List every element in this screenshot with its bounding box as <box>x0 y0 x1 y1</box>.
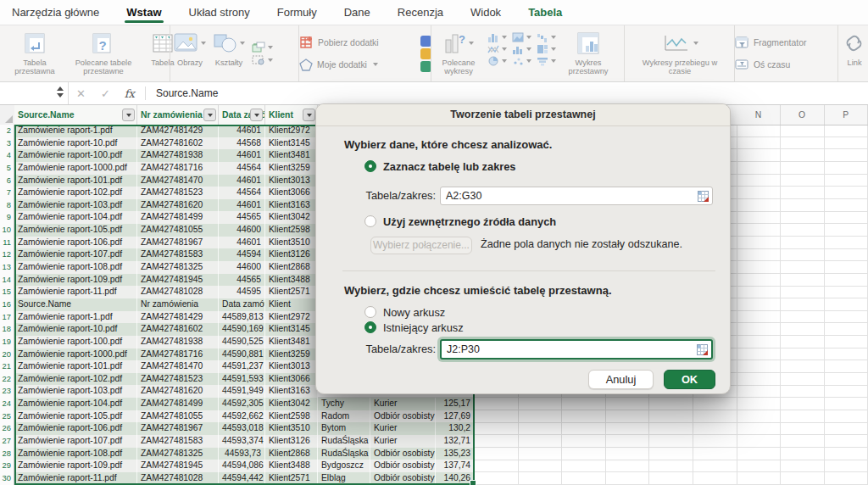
cell[interactable]: 44601 <box>219 125 265 137</box>
pivot-table-button[interactable]: Tabela przestawna <box>5 30 64 76</box>
cell[interactable]: Klient3145 <box>265 137 318 150</box>
cell[interactable]: Zamówienie raport-107.pdf <box>14 248 137 261</box>
row-number[interactable]: 12 <box>0 248 14 261</box>
cell[interactable]: Kurier <box>370 422 436 435</box>
cell[interactable]: Tychy <box>318 398 370 410</box>
cancel-button[interactable]: Anuluj <box>588 370 654 389</box>
cell[interactable]: Klient3013 <box>265 360 318 373</box>
fill-handle[interactable] <box>470 480 476 485</box>
cell[interactable]: ZAM427481620 <box>137 199 219 212</box>
radio-select-table-range-label[interactable]: Zaznacz tabelę lub zakres <box>383 160 515 173</box>
cell[interactable]: ZAM427481429 <box>137 125 219 137</box>
row-number[interactable]: 8 <box>0 199 14 212</box>
cell[interactable]: Klient2868 <box>265 261 318 274</box>
cell[interactable]: Zamówienie raport-104.pdf <box>14 211 137 224</box>
cell[interactable]: Zamówienie raport-109.pdf <box>14 274 137 287</box>
table-column-header[interactable]: Source.Name <box>14 105 137 125</box>
radio-existing-worksheet[interactable] <box>364 321 376 333</box>
cell[interactable]: Zamówienie raport-100.pdf <box>14 336 137 348</box>
cell[interactable]: Odbiór osobisty <box>370 448 436 460</box>
cell[interactable]: Kurier <box>370 435 436 448</box>
cell[interactable]: ZAM427481945 <box>137 274 219 287</box>
cell[interactable]: 44601 <box>219 149 265 162</box>
cell[interactable]: Klient3163 <box>265 199 318 212</box>
cell[interactable]: ZAM427481583 <box>137 435 219 448</box>
cell[interactable]: Zamówienie raport-105.pdf <box>14 410 137 423</box>
row-number[interactable]: 30 <box>0 472 14 485</box>
cell[interactable]: ZAM427481938 <box>137 149 219 162</box>
cell[interactable]: 44591,237 <box>219 360 265 373</box>
cell[interactable]: 137,74 <box>436 460 475 472</box>
row-number[interactable]: 13 <box>0 261 14 274</box>
ribbon-tab[interactable]: Tabela <box>526 0 564 25</box>
row-number[interactable]: 7 <box>0 187 14 199</box>
cell[interactable]: ZAM427481967 <box>137 237 219 249</box>
cell[interactable]: Klient3510 <box>265 422 318 435</box>
funnel-chart-button[interactable] <box>535 55 558 67</box>
row-number[interactable]: 15 <box>0 286 14 298</box>
histogram-chart-button[interactable] <box>510 43 533 55</box>
cell[interactable]: Bytom <box>318 422 370 435</box>
recommended-charts-button[interactable]: ? Polecane wykresy <box>431 30 486 76</box>
row-number[interactable]: 25 <box>0 410 14 423</box>
row-number[interactable]: 26 <box>0 422 14 435</box>
cell[interactable]: ZAM427481325 <box>137 448 219 460</box>
cell[interactable]: 125,17 <box>436 398 475 410</box>
cell[interactable]: Zamówienie raport-102.pdf <box>14 373 137 386</box>
cell[interactable]: Zamówienie raport-106.pdf <box>14 237 137 249</box>
cell[interactable]: Radom <box>318 410 370 423</box>
row-number[interactable]: 5 <box>0 162 14 175</box>
row-number[interactable]: 21 <box>0 360 14 373</box>
pictures-button[interactable]: Obrazy <box>170 30 209 67</box>
cell[interactable]: Klient3510 <box>265 237 318 249</box>
cell[interactable]: Odbiór osobisty <box>370 460 436 472</box>
ribbon-tab[interactable]: Recenzja <box>396 0 445 25</box>
cell[interactable]: Zamówienie raport-103.pdf <box>14 385 137 398</box>
row-number[interactable]: 23 <box>0 385 14 398</box>
cell[interactable]: Klient3126 <box>265 248 318 261</box>
row-number[interactable]: 2 <box>0 125 14 137</box>
cell[interactable]: Zamówienie raport-101.pdf <box>14 360 137 373</box>
cell[interactable]: Klient3488 <box>265 274 318 287</box>
filter-dropdown-button[interactable] <box>122 109 135 121</box>
cell[interactable]: 127,69 <box>436 410 475 423</box>
cell[interactable]: 44594,442 <box>219 472 265 485</box>
ok-button[interactable]: OK <box>664 370 715 389</box>
row-number[interactable]: 28 <box>0 448 14 460</box>
cell[interactable]: Klient3013 <box>265 175 318 187</box>
cell[interactable]: Zamówienie raport-10.pdf <box>14 323 137 336</box>
cell[interactable]: Klient2598 <box>265 410 318 423</box>
cell[interactable]: Nr zamówienia <box>137 298 219 311</box>
cell[interactable]: Odbiór osobisty <box>370 472 436 485</box>
cell[interactable]: 44564 <box>219 162 265 175</box>
cell[interactable]: ZAM427481716 <box>137 348 219 361</box>
row-number[interactable]: 9 <box>0 211 14 224</box>
cell[interactable]: ZAM427481028 <box>137 472 219 485</box>
cell[interactable]: 44593,018 <box>219 422 265 435</box>
ribbon-tab[interactable]: Dane <box>342 0 372 25</box>
cell[interactable]: ZAM427481583 <box>137 248 219 261</box>
ribbon-tab[interactable]: Formuły <box>275 0 319 25</box>
cell[interactable]: 44601 <box>219 199 265 212</box>
cell[interactable]: Klient2972 <box>265 125 318 137</box>
row-number[interactable]: 10 <box>0 224 14 237</box>
row-number[interactable]: 24 <box>0 398 14 410</box>
row-number[interactable]: 3 <box>0 137 14 150</box>
cell[interactable]: Zamówienie raport-1.pdf <box>14 311 137 324</box>
ribbon-tab[interactable]: Widok <box>469 0 503 25</box>
cell[interactable]: 135,23 <box>436 448 475 460</box>
cell[interactable]: 44592,662 <box>219 410 265 423</box>
cell[interactable]: Klient3145 <box>265 323 318 336</box>
cell[interactable]: Source.Name <box>14 298 137 311</box>
cell[interactable]: Zamówienie raport-10.pdf <box>14 137 137 150</box>
cell[interactable]: 44564 <box>219 187 265 199</box>
cell[interactable]: 44591,593 <box>219 373 265 386</box>
screenshot-button[interactable] <box>250 53 275 66</box>
cell[interactable]: ZAM427481938 <box>137 336 219 348</box>
ribbon-tab[interactable]: Narzędzia główne <box>10 0 101 25</box>
cell[interactable]: Data zamówienia <box>219 298 265 311</box>
cell[interactable]: Zamówienie raport-103.pdf <box>14 199 137 212</box>
cell[interactable]: Klient3259 <box>265 162 318 175</box>
cell[interactable]: 44594 <box>219 248 265 261</box>
cell[interactable]: ZAM427481602 <box>137 137 219 150</box>
